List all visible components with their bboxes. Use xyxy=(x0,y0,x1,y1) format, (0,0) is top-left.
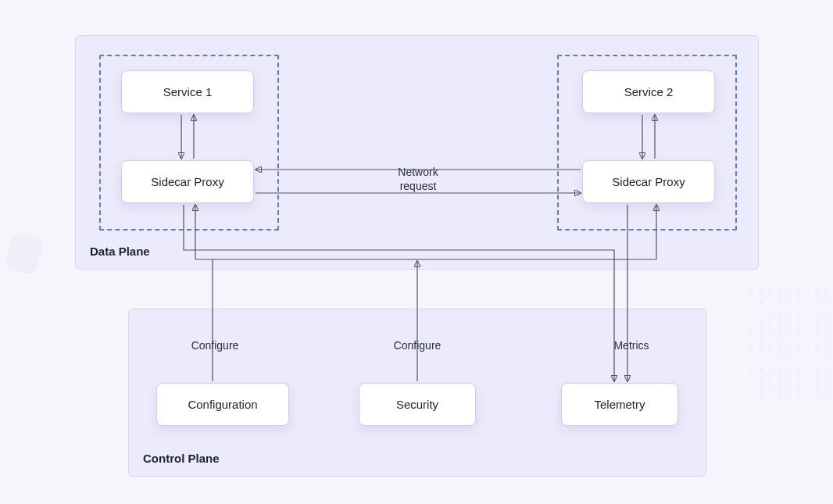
security-node: Security xyxy=(359,383,476,426)
configuration-node: Configuration xyxy=(156,383,289,426)
bg-dots-decoration xyxy=(747,289,833,399)
bg-hex-decoration xyxy=(3,231,46,277)
network-request-label: Network request xyxy=(367,166,469,193)
control-plane-label: Control Plane xyxy=(143,452,220,465)
configure-left-label: Configure xyxy=(176,339,254,353)
service1-label: Service 1 xyxy=(163,85,213,98)
data-plane-label: Data Plane xyxy=(90,245,150,258)
service2-label: Service 2 xyxy=(624,85,674,98)
sidecar2-label: Sidecar Proxy xyxy=(612,175,685,188)
telemetry-node: Telemetry xyxy=(561,383,678,426)
service2-node: Service 2 xyxy=(582,70,715,113)
configure-mid-label: Configure xyxy=(378,339,456,353)
configuration-label: Configuration xyxy=(188,398,257,411)
metrics-label: Metrics xyxy=(600,339,663,353)
security-label: Security xyxy=(396,398,438,411)
service1-node: Service 1 xyxy=(121,70,254,113)
telemetry-label: Telemetry xyxy=(594,398,645,411)
sidecar2-node: Sidecar Proxy xyxy=(582,160,715,203)
sidecar1-node: Sidecar Proxy xyxy=(121,160,254,203)
sidecar1-label: Sidecar Proxy xyxy=(151,175,223,188)
